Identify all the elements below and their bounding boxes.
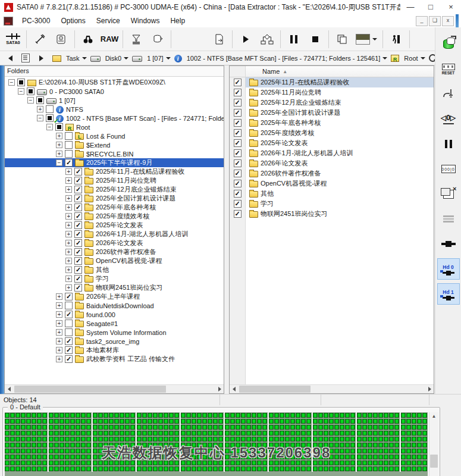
crumb-task[interactable]: Task — [52, 54, 87, 62]
file-checkbox[interactable] — [234, 79, 242, 86]
sector-grid[interactable]: 天浩数据恢复中心 15337206398 — [5, 412, 428, 476]
map-vscrollbar[interactable]: ▲ ▼ — [429, 412, 438, 476]
tree-checkbox[interactable] — [65, 311, 73, 318]
mdi-restore-button[interactable]: ❏ — [429, 16, 441, 26]
expand-icon[interactable]: + — [56, 151, 62, 157]
scroll-left-button[interactable] — [5, 385, 13, 393]
exit-task-button[interactable] — [385, 29, 407, 49]
expand-icon[interactable]: + — [65, 240, 72, 246]
tree-checkbox[interactable] — [74, 195, 82, 202]
tree-checkbox[interactable] — [74, 221, 82, 229]
cache-button[interactable] — [147, 29, 168, 49]
expand-icon[interactable]: + — [65, 249, 72, 255]
raw-recovery-button[interactable]: RAW — [99, 29, 120, 49]
tree-row[interactable]: +2026年1月-湖北人形机器人培训 — [5, 230, 224, 239]
tree-checkbox[interactable] — [74, 248, 82, 256]
crumb-disk[interactable]: Disk0 — [90, 54, 129, 62]
list-item[interactable]: 其他 — [246, 189, 434, 199]
file-checkbox[interactable] — [234, 170, 242, 177]
expand-icon[interactable]: + — [65, 267, 72, 273]
list-item[interactable]: 2026软件著作权准备 — [246, 168, 434, 178]
tree-checkbox[interactable] — [74, 186, 82, 193]
expand-icon[interactable]: + — [56, 338, 62, 345]
tree-row[interactable]: +2025年12月底企业锻炼结束 — [5, 185, 224, 194]
collapse-icon[interactable]: − — [27, 97, 34, 104]
file-checkbox[interactable] — [234, 109, 242, 117]
file-checkbox[interactable] — [234, 190, 242, 198]
hd0-button[interactable]: Hd 0 — [437, 258, 460, 280]
crumb-partition[interactable]: 1 [07] — [132, 54, 171, 62]
tree-row[interactable]: −Root — [5, 123, 224, 131]
crumb-root[interactable]: Root — [391, 54, 425, 62]
reset-button[interactable]: RESET — [437, 58, 460, 80]
collapse-icon[interactable]: − — [56, 159, 62, 166]
expand-icon[interactable]: + — [65, 258, 72, 264]
file-checkbox[interactable] — [234, 99, 242, 107]
tree-row[interactable]: −2025年下半年课程-9月 — [5, 158, 224, 167]
hd1-button[interactable]: Hd 1 — [437, 283, 460, 305]
expand-icon[interactable]: + — [56, 293, 62, 300]
tree-row[interactable]: +Lost & Found — [5, 131, 224, 140]
tree-row[interactable]: +本地素材库 — [5, 346, 224, 355]
expand-icon[interactable]: + — [56, 356, 62, 362]
tree-row[interactable]: −E:\2026\4.10-周USB ST1T开盘WDE0X09Z\ — [5, 78, 224, 87]
tree-row[interactable]: +found.000 — [5, 310, 224, 319]
menu-item-pc-3000[interactable]: PC-3000 — [17, 15, 55, 27]
tree-checkbox[interactable] — [74, 230, 82, 238]
tree-row[interactable]: +$Extend — [5, 140, 224, 149]
scroll-left-button[interactable] — [230, 385, 238, 393]
expand-icon[interactable]: + — [65, 168, 72, 175]
list-item[interactable]: 2025年度绩效考核 — [246, 128, 434, 138]
disk-image-button[interactable] — [437, 33, 460, 55]
report-button[interactable] — [51, 29, 72, 49]
stop-button[interactable] — [305, 29, 326, 49]
files-hscrollbar[interactable] — [230, 384, 434, 393]
scroll-thumb[interactable] — [14, 386, 166, 393]
tree-checkbox[interactable] — [74, 275, 82, 283]
tools-button[interactable] — [29, 29, 51, 49]
tree-row[interactable]: +物联网2451班岗位实习 — [5, 283, 224, 292]
tree-checkbox[interactable] — [74, 284, 82, 292]
tree-row[interactable]: +2025年论文发表 — [5, 221, 224, 230]
scroll-thumb[interactable] — [430, 455, 438, 468]
tree-row[interactable]: +2025年年底各种考核 — [5, 203, 224, 212]
list-item[interactable]: 2025年12月底企业锻炼结束 — [246, 98, 434, 108]
tree-row[interactable]: +2025年11月-在线精品课程验收 — [5, 167, 224, 176]
menu-item-help[interactable]: Help — [165, 15, 190, 27]
expand-icon[interactable]: + — [65, 275, 72, 282]
expand-icon[interactable]: + — [56, 142, 62, 148]
file-checkbox[interactable] — [234, 139, 242, 147]
tree-row[interactable]: +System Volume Information — [5, 328, 224, 337]
expand-icon[interactable]: + — [65, 213, 72, 220]
expand-icon[interactable]: + — [65, 186, 72, 193]
tree-checkbox[interactable] — [74, 168, 82, 176]
forward-button[interactable] — [33, 52, 49, 65]
list-item[interactable]: 2025年年底各种考核 — [246, 118, 434, 128]
tree-checkbox[interactable] — [65, 293, 73, 300]
tree-checkbox[interactable] — [36, 96, 44, 104]
expand-icon[interactable]: + — [56, 311, 62, 318]
minimize-button[interactable]: — — [400, 1, 421, 14]
find-button[interactable] — [77, 29, 99, 49]
tree-row[interactable]: +BaiduNetdiskDownload — [5, 301, 224, 310]
list-item[interactable]: 2025年全国计算机设计课题 — [246, 108, 434, 118]
expand-icon[interactable]: + — [56, 320, 62, 327]
copy-results-button[interactable] — [331, 29, 353, 49]
tree-row[interactable]: +2026年论文发表 — [5, 239, 224, 248]
power-terminal-button[interactable] — [437, 83, 460, 105]
tree-checkbox[interactable] — [65, 302, 73, 309]
tree-row[interactable]: −1002 - NTFS [Base MFT Scan] - [Files - … — [5, 114, 224, 123]
tree-checkbox[interactable] — [65, 132, 73, 140]
connector-button[interactable] — [437, 233, 460, 255]
file-checkbox[interactable] — [234, 89, 242, 96]
tree-checkbox[interactable] — [46, 105, 54, 113]
file-checkbox[interactable] — [234, 129, 242, 137]
file-checkbox[interactable] — [234, 119, 242, 127]
list-item[interactable]: 学习 — [246, 199, 434, 209]
mdi-close-button[interactable]: x — [442, 16, 454, 26]
tree-row[interactable]: +2026年上半年课程 — [5, 292, 224, 301]
scroll-up-button[interactable]: ▲ — [429, 412, 438, 421]
tree-row[interactable]: +$RECYCLE.BIN — [5, 149, 224, 158]
start-button[interactable] — [235, 29, 256, 49]
collapse-icon[interactable]: − — [18, 88, 24, 95]
